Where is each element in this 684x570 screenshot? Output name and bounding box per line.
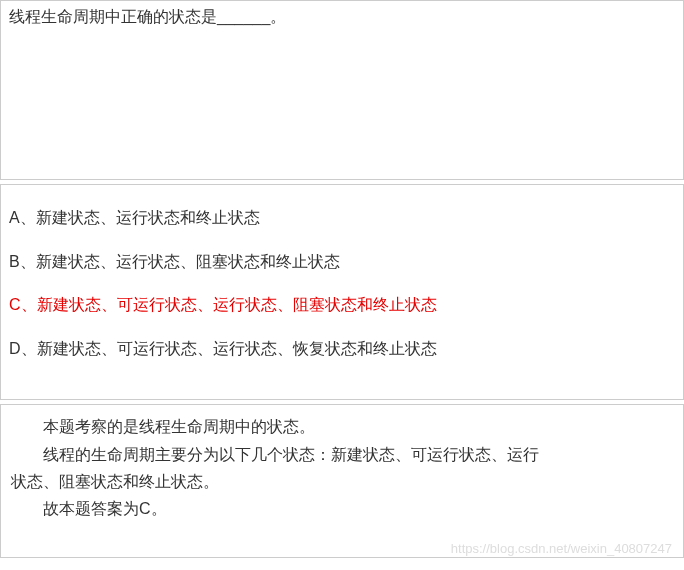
option-b: B、新建状态、运行状态、阻塞状态和终止状态 bbox=[9, 249, 675, 275]
question-text: 线程生命周期中正确的状态是______。 bbox=[9, 7, 675, 28]
explanation-line-2: 线程的生命周期主要分为以下几个状态：新建状态、可运行状态、运行 bbox=[11, 441, 673, 468]
explanation-box: 本题考察的是线程生命周期中的状态。 线程的生命周期主要分为以下几个状态：新建状态… bbox=[0, 404, 684, 558]
option-d: D、新建状态、可运行状态、运行状态、恢复状态和终止状态 bbox=[9, 336, 675, 362]
explanation-line-3: 状态、阻塞状态和终止状态。 bbox=[11, 468, 673, 495]
explanation-line-4: 故本题答案为C。 bbox=[11, 495, 673, 522]
option-c: C、新建状态、可运行状态、运行状态、阻塞状态和终止状态 bbox=[9, 292, 675, 318]
explanation-line-1: 本题考察的是线程生命周期中的状态。 bbox=[11, 413, 673, 440]
option-a: A、新建状态、运行状态和终止状态 bbox=[9, 205, 675, 231]
question-box: 线程生命周期中正确的状态是______。 bbox=[0, 0, 684, 180]
options-box: A、新建状态、运行状态和终止状态 B、新建状态、运行状态、阻塞状态和终止状态 C… bbox=[0, 184, 684, 400]
